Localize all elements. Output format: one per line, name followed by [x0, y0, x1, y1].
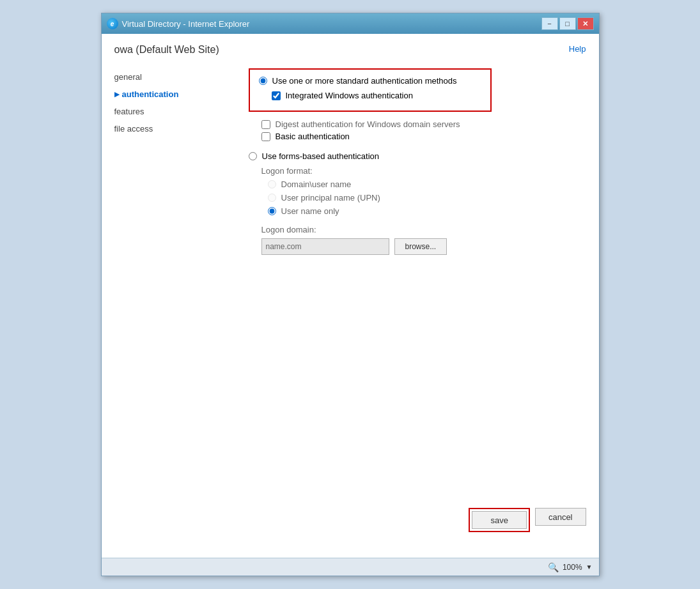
sidebar-label-file-access: file access [114, 124, 153, 134]
window-title: Virtual Directory - Internet Explorer [122, 19, 250, 29]
digest-auth-checkbox[interactable] [261, 120, 270, 129]
digest-auth-row: Digest authentication for Windows domain… [261, 119, 586, 129]
integrated-windows-row: Integrated Windows authentication [272, 91, 481, 100]
basic-auth-label[interactable]: Basic authentication [276, 132, 350, 141]
maximize-button[interactable]: □ [559, 17, 576, 30]
upn-label[interactable]: User principal name (UPN) [281, 193, 380, 203]
minimize-button[interactable]: − [541, 17, 558, 30]
digest-auth-label[interactable]: Digest authentication for Windows domain… [276, 119, 460, 129]
sidebar: general ▶ authentication features file a… [114, 68, 242, 255]
zoom-arrow-icon[interactable]: ▼ [586, 563, 593, 570]
logon-domain-label: Logon domain: [261, 225, 586, 234]
sidebar-item-authentication[interactable]: ▶ authentication [114, 86, 229, 103]
domain-user-name-row: Domain\user name [268, 180, 586, 189]
save-button[interactable]: save [472, 511, 526, 529]
layout: general ▶ authentication features file a… [114, 68, 586, 255]
close-button[interactable]: ✕ [577, 17, 594, 30]
site-title: owa (Default Web Site) [114, 44, 586, 56]
main-window: e Virtual Directory - Internet Explorer … [101, 13, 600, 576]
upn-row: User principal name (UPN) [268, 193, 586, 203]
standard-auth-radio[interactable] [259, 77, 267, 85]
forms-auth-label[interactable]: Use forms-based authentication [262, 151, 380, 161]
forms-auth-section: Use forms-based authentication Logon for… [249, 151, 586, 255]
sidebar-label-authentication: authentication [122, 89, 179, 99]
title-bar: e Virtual Directory - Internet Explorer … [102, 13, 599, 34]
title-bar-left: e Virtual Directory - Internet Explorer [107, 18, 250, 29]
zoom-level: 100% [563, 563, 582, 572]
sidebar-item-file-access[interactable]: file access [114, 120, 229, 137]
browse-button[interactable]: browse... [394, 238, 447, 255]
status-bar: 🔍 100% ▼ [102, 558, 599, 576]
domain-user-label[interactable]: Domain\user name [281, 180, 352, 189]
sidebar-item-features[interactable]: features [114, 103, 229, 120]
sidebar-label-general: general [114, 72, 142, 82]
standard-auth-highlight-box: Use one or more standard authentication … [249, 68, 492, 112]
help-link[interactable]: Help [569, 44, 586, 54]
standard-auth-label[interactable]: Use one or more standard authentication … [272, 76, 457, 86]
integrated-windows-checkbox[interactable] [272, 91, 281, 100]
forms-auth-option-row: Use forms-based authentication [249, 151, 586, 161]
user-name-only-radio[interactable] [268, 207, 276, 215]
user-name-only-row: User name only [268, 206, 586, 216]
domain-user-radio[interactable] [268, 180, 276, 188]
basic-auth-row: Basic authentication [261, 132, 586, 141]
window-content: Help owa (Default Web Site) general ▶ au… [102, 34, 599, 558]
domain-row: browse... [261, 238, 586, 255]
domain-input[interactable] [261, 238, 389, 255]
sidebar-label-features: features [114, 107, 144, 116]
cancel-button[interactable]: cancel [535, 508, 586, 526]
logon-domain-section: Logon domain: browse... [261, 225, 586, 255]
ie-logo-icon: e [107, 18, 118, 29]
zoom-icon: 🔍 [548, 562, 559, 572]
upn-radio[interactable] [268, 194, 276, 202]
basic-auth-checkbox[interactable] [261, 132, 270, 141]
integrated-windows-label[interactable]: Integrated Windows authentication [286, 91, 413, 100]
logon-format-label: Logon format: [261, 166, 586, 176]
title-bar-buttons: − □ ✕ [541, 17, 594, 30]
footer-buttons: save cancel [469, 508, 586, 532]
main-content: Use one or more standard authentication … [242, 68, 586, 255]
standard-auth-option-row: Use one or more standard authentication … [259, 76, 481, 86]
arrow-icon: ▶ [114, 91, 120, 98]
save-button-wrapper: save [469, 508, 529, 532]
forms-auth-radio[interactable] [249, 152, 257, 160]
user-name-only-label[interactable]: User name only [281, 206, 339, 216]
sidebar-item-general[interactable]: general [114, 68, 229, 86]
